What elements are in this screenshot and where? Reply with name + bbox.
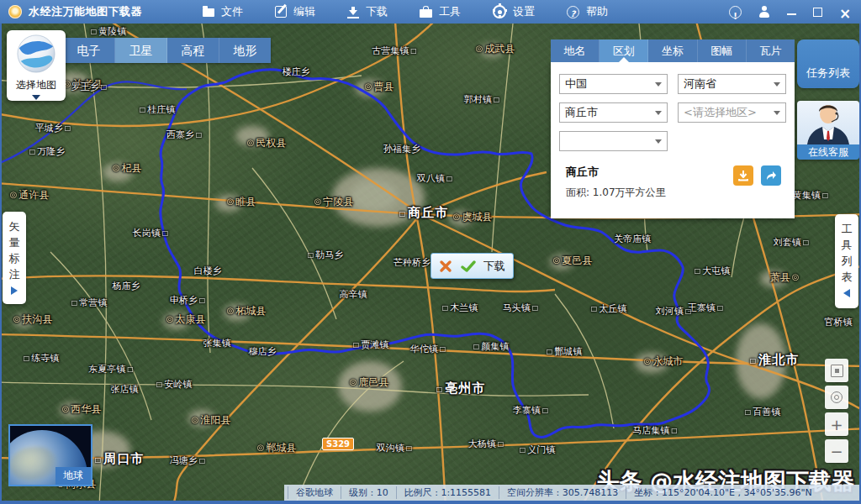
fullscreen-button[interactable] [825, 359, 848, 382]
select-extra[interactable] [559, 131, 668, 151]
map-label: 郭村镇□ [461, 93, 502, 106]
select-city[interactable]: 商丘市 [559, 102, 668, 123]
chevron-right-icon [11, 286, 22, 295]
chevron-down-icon [32, 95, 40, 104]
close-button[interactable] [839, 6, 849, 18]
share-region-button[interactable] [761, 165, 781, 186]
menu-help[interactable]: 帮助 [567, 0, 608, 24]
map-label: □淮北市 [748, 352, 803, 368]
map-label: 古营集镇□ [368, 45, 419, 57]
tab-electronic[interactable]: 电子 [63, 38, 115, 63]
place-marker-icon: □ [591, 305, 598, 312]
map-label: ◎成武县 [474, 42, 519, 56]
tab-district[interactable]: 区划 [600, 39, 648, 62]
folder-icon [203, 8, 214, 17]
menu-file[interactable]: 文件 [203, 0, 243, 24]
map-label: 楼庄乡 [279, 66, 314, 78]
dropdown-arrow-icon [774, 111, 780, 118]
cancel-icon[interactable] [439, 260, 452, 273]
tool-list-panel-toggle[interactable]: 工具列表 [835, 214, 858, 308]
window-controls [729, 6, 849, 18]
map-label: □常营镇 [70, 297, 111, 309]
place-marker-icon: ◎ [166, 314, 174, 323]
menu-edit[interactable]: 编辑 [275, 0, 315, 24]
tab-tile[interactable]: 瓦片 [747, 39, 795, 62]
info-button[interactable] [729, 6, 742, 18]
map-label: 穆店乡 [246, 345, 280, 358]
select-country[interactable]: 中国 [559, 74, 668, 94]
earth-overview-thumbnail[interactable]: 地球 [8, 424, 92, 486]
download-icon [737, 170, 749, 181]
tab-satellite[interactable]: 卫星 [115, 38, 167, 63]
edit-icon [275, 6, 287, 18]
user-button[interactable] [758, 6, 770, 18]
task-list-button[interactable]: 任务列表 [797, 39, 859, 88]
status-item: 坐标 : 115°20'04.10"E , 34°05'35.96"N [626, 486, 820, 499]
customer-service-avatar [797, 101, 859, 144]
map-label: □大屯镇 [693, 265, 734, 277]
help-icon [567, 6, 579, 18]
menu-download[interactable]: 下载 [347, 0, 388, 24]
place-marker-icon: ◎ [365, 81, 372, 91]
place-marker-icon: ◎ [192, 415, 199, 424]
vector-annotation-panel-toggle[interactable]: 矢量标注 [3, 212, 26, 304]
tab-elevation[interactable]: 高程 [167, 38, 219, 63]
map-label: ◎太康县 [165, 312, 209, 327]
select-district[interactable]: <请选择地区> [678, 102, 786, 123]
tab-coordinate[interactable]: 坐标 [648, 39, 697, 62]
district-search-panel: 地名区划坐标图幅瓦片 中国河南省商丘市<请选择地区> 商丘市 面积: 1.07万… [551, 39, 795, 218]
map-label: 大杨镇□ [465, 438, 506, 450]
tab-place-name[interactable]: 地名 [551, 39, 600, 62]
map-label: 刘河镇□ [652, 305, 694, 318]
customer-service-button[interactable]: 在线客服 [797, 101, 859, 160]
maximize-button[interactable] [813, 8, 822, 17]
map-label: ◎杞县 [111, 161, 145, 176]
download-tooltip-label[interactable]: 下载 [483, 259, 505, 274]
place-marker-icon: □ [745, 408, 752, 416]
zoom-in-button[interactable]: + [825, 412, 848, 436]
place-marker-icon: ◎ [453, 212, 461, 221]
place-marker-icon: □ [65, 124, 71, 132]
place-marker-icon: □ [29, 148, 36, 155]
place-marker-icon: □ [494, 96, 500, 103]
zoom-out-button[interactable]: − [825, 439, 848, 463]
place-marker-icon: □ [410, 47, 417, 55]
locate-button[interactable] [825, 386, 848, 409]
minimize-button[interactable] [787, 7, 796, 17]
menu-settings[interactable]: 设置 [493, 0, 535, 24]
map-label: 关帝庙镇 [610, 233, 654, 245]
dropdown-arrow-icon [655, 139, 662, 147]
menubar: 文件编辑下载工具设置帮助 [203, 0, 608, 24]
place-marker-icon: □ [547, 348, 553, 355]
tab-terrain[interactable]: 地形 [219, 38, 271, 63]
map-label: 白楼乡 [191, 265, 225, 277]
place-marker-icon: ◎ [113, 163, 120, 172]
status-item: 谷歌地球 [288, 486, 341, 499]
layer-tabs: 电子卫星高程地形 [63, 38, 271, 63]
place-marker-icon: □ [803, 239, 810, 246]
confirm-check-icon[interactable] [461, 260, 476, 273]
select-province[interactable]: 河南省 [678, 74, 786, 94]
region-actions [733, 165, 781, 186]
map-label: 张店镇 [108, 383, 142, 396]
map-label: 罗王乡□ [68, 81, 109, 93]
map-label: 冯塘乡□ [166, 454, 208, 467]
app-title: 水经注万能地图下载器 [29, 4, 142, 19]
place-marker-icon: □ [750, 357, 758, 365]
download-confirm-tooltip: 下载 [430, 253, 514, 279]
map-label: ◎睢县 [225, 195, 260, 209]
earth-label: 地球 [55, 467, 91, 485]
region-area: 面积: 1.07万平方公里 [566, 186, 786, 200]
download-region-button[interactable] [733, 165, 753, 186]
map-label: □安岭镇 [155, 378, 196, 391]
map-source-selector[interactable]: 选择地图 [7, 30, 66, 101]
map-label: ◎西华县 [61, 402, 105, 417]
menu-tools[interactable]: 工具 [420, 0, 461, 24]
status-item: 空间分辨率 : 305.748113 [499, 486, 626, 499]
share-arrow-icon [765, 170, 777, 181]
tab-map-sheet[interactable]: 图幅 [698, 39, 747, 62]
toolbox-icon [420, 9, 432, 18]
map-label: 孙福集乡 [380, 143, 424, 155]
map-label: ◎郸城县 [256, 441, 300, 455]
map-label: 华佗镇□ [407, 343, 448, 355]
